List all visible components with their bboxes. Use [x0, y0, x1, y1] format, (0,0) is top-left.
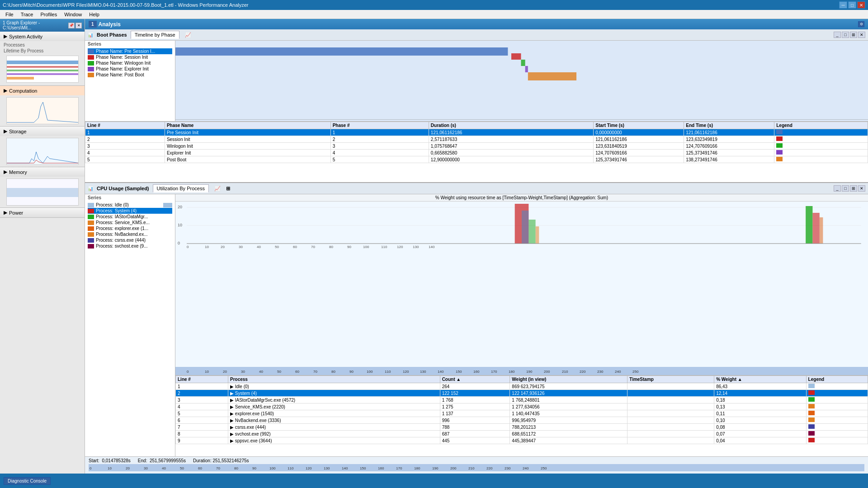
- storage-thumb: [6, 138, 79, 165]
- cpu-close-btn[interactable]: ✕: [858, 185, 865, 192]
- svg-text:160: 160: [378, 466, 384, 470]
- cpu-series-svchost9[interactable]: Process: svchost.exe (9...: [88, 243, 172, 249]
- svg-text:220: 220: [580, 370, 586, 374]
- boot-row-5[interactable]: 5 Post Boot 5 12,900000000 125,373491746…: [85, 156, 868, 163]
- cpu-legend-1: [808, 384, 815, 388]
- menu-window[interactable]: Window: [61, 12, 85, 17]
- boot-row-3[interactable]: 3 Winlogon Init 3 1,075768647 123,631840…: [85, 143, 868, 150]
- svg-rect-9: [7, 188, 79, 197]
- graph-explorer-header: 1 Graph Explorer - C:\Users\Mit... 📌 ✕: [0, 19, 85, 32]
- cpu-legend-9: [808, 438, 815, 442]
- power-label: Power: [9, 210, 23, 216]
- col-start-time: Start Time (s): [594, 122, 684, 129]
- series-item-pre-session[interactable]: Phase Name: Pre Session I...: [88, 48, 172, 54]
- cpu-minimize-btn[interactable]: _: [834, 185, 841, 192]
- cpu-color-csrss: [88, 238, 94, 243]
- chart-icon-btn[interactable]: 📈: [185, 32, 191, 38]
- cpu-legend-7: [808, 424, 815, 429]
- svg-text:170: 170: [396, 466, 402, 470]
- menu-help[interactable]: Help: [85, 12, 103, 17]
- boot-minimize-btn[interactable]: _: [834, 32, 841, 38]
- series-color-post: [88, 73, 94, 77]
- col-duration: Duration (s): [429, 122, 593, 129]
- sidebar-pin-button[interactable]: 📌: [68, 23, 75, 28]
- boot-restore-btn[interactable]: □: [842, 32, 849, 38]
- cpu-maximize-btn[interactable]: ⊞: [850, 185, 857, 192]
- cpu-series-system[interactable]: Process: System (4): [88, 208, 172, 214]
- svg-rect-4: [7, 73, 79, 75]
- menu-trace[interactable]: Trace: [17, 12, 37, 17]
- series-item-session-init[interactable]: Phase Name: Session Init: [88, 54, 172, 60]
- svg-text:20: 20: [126, 466, 130, 470]
- boot-row-4[interactable]: 4 Explorer Init 4 0,665882580 124,707609…: [85, 150, 868, 156]
- menu-file[interactable]: File: [2, 12, 17, 17]
- svg-text:230: 230: [505, 466, 511, 470]
- cpu-row-5[interactable]: 5 ▶ explorer.exe (1540) 1 137 1 140,4474…: [176, 410, 868, 417]
- diagnostic-console-tab[interactable]: Diagnostic Console: [4, 477, 51, 485]
- cpu-series-csrss[interactable]: Process: csrss.exe (444): [88, 237, 172, 243]
- cpu-series-idle[interactable]: Process: Idle (0): [88, 202, 172, 208]
- legend-color-3: [776, 143, 783, 148]
- lifetime-label: Lifetime By Process: [2, 48, 83, 54]
- series-item-winlogon[interactable]: Phase Name: Winlogon Init: [88, 60, 172, 66]
- col-legend: Legend: [774, 122, 868, 129]
- cpu-series-explorer[interactable]: Process: explorer.exe (1...: [88, 225, 172, 231]
- system-activity-header[interactable]: ▶ System Activity: [0, 32, 85, 41]
- svg-text:100: 100: [269, 466, 276, 470]
- svg-text:200: 200: [544, 370, 550, 374]
- cpu-label-svchost9: Process: svchost.exe (9...: [96, 244, 148, 249]
- svg-text:110: 110: [381, 245, 387, 249]
- svg-rect-29: [812, 213, 819, 244]
- graph-explorer-title: 1 Graph Explorer - C:\Users\Mit...: [3, 20, 68, 30]
- boot-row-2[interactable]: 2 Session Init 2 2,571187633 121,0611621…: [85, 136, 868, 143]
- series-item-explorer[interactable]: Phase Name: Explorer Init: [88, 66, 172, 72]
- utilization-by-process-tab[interactable]: Utilization By Process: [153, 184, 209, 192]
- computation-expand-icon: ▶: [4, 88, 7, 94]
- cpu-row-6[interactable]: 6 ▶ NvBackend.exe (3336) 996 996,954979 …: [176, 417, 868, 424]
- cpu-data-table-container: Line # Process Count ▲ Weight (in view) …: [175, 375, 868, 456]
- status-bar: Diagnostic Console: [0, 474, 868, 488]
- cpu-chart-col: % Weight using resource time as [TimeSta…: [175, 194, 868, 456]
- storage-header[interactable]: ▶ Storage: [0, 127, 85, 136]
- close-button[interactable]: ✕: [857, 1, 865, 9]
- cpu-restore-btn[interactable]: □: [842, 185, 849, 192]
- memory-header[interactable]: ▶ Memory: [0, 167, 85, 177]
- cpu-row-8[interactable]: 8 ▶ svchost.exe (992) 687 688,651172 0,0…: [176, 431, 868, 437]
- cpu-row-2[interactable]: 2 ▶ System (4) 122 152 122 147,936126 12…: [176, 390, 868, 397]
- cpu-legend-2: [808, 390, 815, 395]
- cpu-row-4[interactable]: 4 ▶ Service_KMS.exe (2220) 1 275 1 277,6…: [176, 404, 868, 410]
- cpu-series-kms[interactable]: Process: Service_KMS.e...: [88, 220, 172, 225]
- sidebar: 1 Graph Explorer - C:\Users\Mit... 📌 ✕ ▶…: [0, 19, 85, 474]
- cpu-chart-icon[interactable]: 📈: [214, 186, 221, 192]
- svg-text:200: 200: [450, 466, 457, 470]
- main-ruler-svg: 0 10 20 30 40 50 60 70 80 90 100 110 120…: [89, 464, 864, 471]
- cpu-row-1[interactable]: 1 ▶ Idle (0) 264 869 623,794175 86,43: [176, 383, 868, 390]
- power-header[interactable]: ▶ Power: [0, 208, 85, 217]
- series-item-post-boot[interactable]: Phase Name: Post Boot: [88, 72, 172, 78]
- boot-row-1[interactable]: 1 Pre Session Init 1 121,061162186 0,000…: [85, 129, 868, 136]
- svg-rect-5: [7, 77, 34, 80]
- cpu-expand-icon[interactable]: ⊞: [226, 186, 230, 192]
- cpu-row-9[interactable]: 9 ▶ sppsvc.exe (3644) 445 445,389447 0,0…: [176, 437, 868, 444]
- sidebar-close-button[interactable]: ✕: [75, 23, 82, 28]
- series-label-session: Phase Name: Session Init: [96, 55, 148, 60]
- minimize-button[interactable]: ─: [839, 1, 847, 9]
- col-end-time: End Time (s): [684, 122, 774, 129]
- timeline-start-label: Start: 0,014785328s: [89, 458, 131, 463]
- analysis-settings-button[interactable]: ⚙: [858, 21, 864, 27]
- cpu-series-iastor[interactable]: Process: IAStorDataMgr...: [88, 214, 172, 220]
- boot-maximize-btn[interactable]: ⊞: [850, 32, 857, 38]
- timeline-by-phase-tab[interactable]: Timeline by Phase: [131, 31, 179, 39]
- svg-text:40: 40: [259, 370, 263, 374]
- computation-header[interactable]: ▶ Computation: [0, 86, 85, 95]
- cpu-row-3[interactable]: 3 ▶ IAStorDataMgrSvc.exe (4572) 1 768 1 …: [176, 397, 868, 404]
- svg-text:190: 190: [526, 370, 533, 374]
- menu-profiles[interactable]: Profiles: [37, 12, 61, 17]
- boot-close-btn[interactable]: ✕: [858, 32, 865, 38]
- svg-text:110: 110: [288, 466, 294, 470]
- svg-text:140: 140: [438, 370, 444, 374]
- cpu-series-nvbackend[interactable]: Process: NvBackend.ex...: [88, 231, 172, 237]
- maximize-button[interactable]: □: [848, 1, 856, 9]
- legend-color-1: [776, 130, 783, 134]
- cpu-row-7[interactable]: 7 ▶ csrss.exe (444) 788 788,201213 0,08: [176, 424, 868, 431]
